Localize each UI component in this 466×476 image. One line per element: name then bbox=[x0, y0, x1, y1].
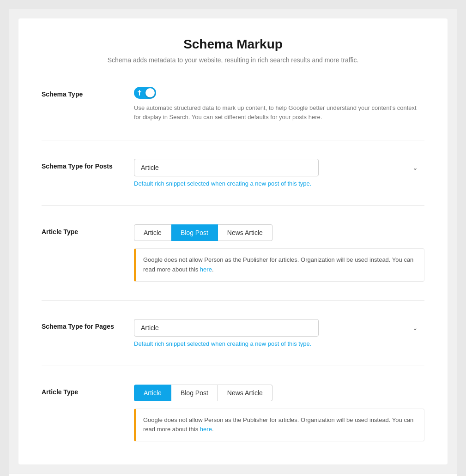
schema-type-content: Use automatic structured data to mark up… bbox=[134, 87, 424, 121]
schema-type-posts-label: Schema Type for Posts bbox=[42, 159, 115, 170]
divider-1 bbox=[42, 140, 424, 140]
footer: Skip Step Save and Continue bbox=[9, 474, 457, 476]
divider-3 bbox=[42, 300, 424, 301]
schema-type-posts-select[interactable]: Article BlogPosting NewsArticle bbox=[134, 159, 319, 176]
article-type-pages-warning: Google does not allow Person as the Publ… bbox=[134, 409, 424, 442]
article-type-pages-row: Article Type Article Blog Post News Arti… bbox=[42, 380, 424, 446]
warning-link-posts[interactable]: here bbox=[200, 266, 212, 273]
schema-type-pages-label: Schema Type for Pages bbox=[42, 319, 115, 330]
article-type-pages-article-btn[interactable]: Article bbox=[134, 385, 171, 401]
article-type-posts-row: Article Type Article Blog Post News Arti… bbox=[42, 220, 424, 286]
warning-link-pages[interactable]: here bbox=[200, 426, 212, 433]
article-type-posts-label: Article Type bbox=[42, 224, 115, 235]
svg-rect-1 bbox=[138, 91, 141, 92]
page-subtitle: Schema adds metadata to your website, re… bbox=[42, 56, 424, 64]
article-type-pages-content: Article Blog Post News Article Google do… bbox=[134, 385, 424, 442]
schema-type-help: Use automatic structured data to mark up… bbox=[134, 103, 424, 121]
schema-type-pages-row: Schema Type for Pages Article BlogPostin… bbox=[42, 314, 424, 352]
schema-type-posts-select-wrapper: Article BlogPosting NewsArticle ⌄ bbox=[134, 159, 424, 176]
chevron-down-icon-pages: ⌄ bbox=[412, 324, 418, 331]
schema-type-pages-content: Article BlogPosting NewsArticle ⌄ Defaul… bbox=[134, 319, 424, 347]
article-type-posts-article-btn[interactable]: Article bbox=[134, 224, 171, 241]
schema-type-posts-hint: Default rich snippet selected when creat… bbox=[134, 180, 424, 187]
chevron-down-icon: ⌄ bbox=[412, 164, 418, 171]
article-type-pages-label: Article Type bbox=[42, 385, 115, 396]
schema-type-toggle[interactable] bbox=[134, 87, 156, 99]
article-type-posts-content: Article Blog Post News Article Google do… bbox=[134, 224, 424, 282]
article-type-posts-blogpost-btn[interactable]: Blog Post bbox=[171, 224, 218, 241]
schema-type-pages-select-wrapper: Article BlogPosting NewsArticle ⌄ bbox=[134, 319, 424, 337]
warning-text-pages: Google does not allow Person as the Publ… bbox=[143, 416, 413, 433]
page-title: Schema Markup bbox=[42, 37, 424, 52]
divider-2 bbox=[42, 205, 424, 206]
svg-rect-0 bbox=[139, 90, 140, 96]
schema-type-pages-select[interactable]: Article BlogPosting NewsArticle bbox=[134, 319, 319, 337]
article-type-pages-newsarticle-btn[interactable]: News Article bbox=[218, 385, 272, 401]
schema-type-label: Schema Type bbox=[42, 87, 115, 98]
schema-type-posts-row: Schema Type for Posts Article BlogPostin… bbox=[42, 154, 424, 192]
schema-type-row: Schema Type Use automatic structured dat… bbox=[42, 82, 424, 126]
article-type-pages-blogpost-btn[interactable]: Blog Post bbox=[171, 385, 218, 401]
toggle-wrapper bbox=[134, 87, 424, 99]
schema-type-pages-hint: Default rich snippet selected when creat… bbox=[134, 340, 424, 347]
article-type-posts-btn-group: Article Blog Post News Article bbox=[134, 224, 424, 241]
toggle-thumb bbox=[145, 88, 155, 97]
warning-text-posts: Google does not allow Person as the Publ… bbox=[143, 256, 413, 273]
schema-type-posts-content: Article BlogPosting NewsArticle ⌄ Defaul… bbox=[134, 159, 424, 187]
article-type-posts-warning: Google does not allow Person as the Publ… bbox=[134, 248, 424, 282]
toggle-icon bbox=[137, 90, 142, 96]
article-type-pages-btn-group: Article Blog Post News Article bbox=[134, 385, 424, 401]
article-type-posts-newsarticle-btn[interactable]: News Article bbox=[218, 224, 272, 241]
divider-4 bbox=[42, 366, 424, 366]
